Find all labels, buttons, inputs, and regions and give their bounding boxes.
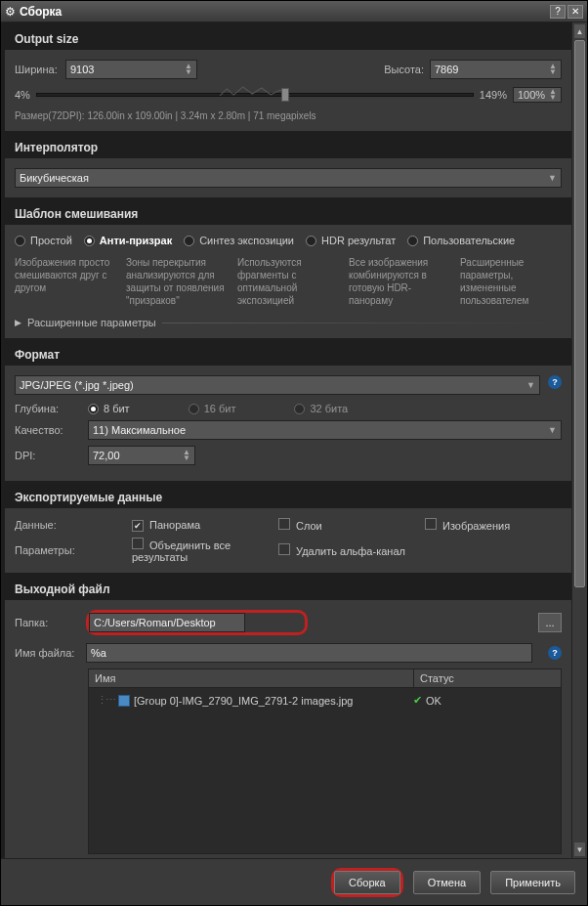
- dpi-label: DPI:: [15, 450, 88, 461]
- output-file-heading: Выходной файл: [5, 577, 571, 600]
- check-merge[interactable]: Объединить все результаты: [132, 538, 269, 563]
- interpolator-select[interactable]: Бикубическая▼: [15, 168, 562, 188]
- file-row[interactable]: ⋮⋯ [Group 0]-IMG_2790_IMG_2791-2 images.…: [93, 692, 557, 709]
- height-label: Высота:: [384, 64, 424, 75]
- check-alpha[interactable]: Удалить альфа-канал: [278, 543, 415, 557]
- dpi-input[interactable]: 72,00▲▼: [88, 446, 195, 465]
- width-input[interactable]: 9103▲▼: [65, 60, 197, 79]
- close-button[interactable]: ✕: [567, 5, 583, 19]
- width-label: Ширина:: [15, 64, 65, 75]
- advanced-params-toggle[interactable]: ▶ Расширенные параметры: [15, 317, 562, 328]
- blend-desc-0: Изображения просто смешиваются друг с др…: [15, 256, 116, 307]
- col-status[interactable]: Статус: [414, 669, 561, 687]
- depth-32[interactable]: 32 бита: [294, 403, 348, 414]
- params-label: Параметры:: [15, 544, 122, 556]
- blend-simple[interactable]: Простой: [15, 235, 72, 246]
- help-icon[interactable]: ?: [548, 646, 562, 660]
- folder-input[interactable]: [89, 613, 245, 632]
- interpolator-heading: Интерполятор: [5, 135, 571, 158]
- depth-8[interactable]: 8 бит: [88, 403, 130, 414]
- blend-custom[interactable]: Пользовательские: [407, 235, 515, 246]
- blend-desc-2: Используются фрагменты с оптимальной экс…: [237, 256, 339, 307]
- filename-input[interactable]: [86, 643, 532, 663]
- height-input[interactable]: 7869▲▼: [430, 60, 562, 79]
- check-images[interactable]: Изображения: [425, 518, 562, 532]
- col-name[interactable]: Имя: [89, 669, 414, 687]
- blend-desc-4: Расширенные параметры, измененные пользо…: [460, 256, 562, 307]
- output-size-heading: Output size: [5, 26, 571, 50]
- blend-desc-3: Все изображения комбинируются в готовую …: [349, 256, 450, 307]
- check-panorama[interactable]: Панорама: [132, 519, 269, 532]
- filename-label: Имя файла:: [15, 647, 78, 659]
- data-label: Данные:: [15, 519, 122, 531]
- scroll-up-icon[interactable]: ▲: [574, 24, 585, 38]
- blend-exposure[interactable]: Синтез экспозиции: [184, 235, 294, 246]
- cancel-button[interactable]: Отмена: [413, 871, 481, 894]
- format-heading: Формат: [5, 342, 571, 366]
- file-icon: [118, 695, 130, 707]
- folder-label: Папка:: [15, 617, 78, 628]
- build-button[interactable]: Сборка: [334, 871, 400, 894]
- size-info: Размер(72DPI): 126.00in x 109.00in | 3.2…: [15, 110, 562, 121]
- browse-button[interactable]: ...: [538, 613, 562, 632]
- blend-desc-1: Зоны перекрытия анализируются для защиты…: [126, 256, 228, 307]
- gear-icon: ⚙: [5, 5, 16, 19]
- pct-left: 4%: [15, 89, 30, 101]
- scrollbar[interactable]: ▲ ▼: [571, 22, 587, 858]
- pct-input[interactable]: 100%▲▼: [513, 87, 562, 103]
- apply-button[interactable]: Применить: [490, 871, 575, 894]
- window-title: Сборка: [20, 5, 548, 19]
- export-heading: Экспортируемые данные: [5, 485, 571, 508]
- file-table: Имя Статус ⋮⋯ [Group 0]-IMG_2790_IMG_279…: [88, 669, 562, 854]
- chevron-right-icon: ▶: [15, 318, 21, 327]
- check-layers[interactable]: Слои: [278, 518, 415, 532]
- blend-heading: Шаблон смешивания: [5, 201, 571, 225]
- help-icon[interactable]: ?: [548, 375, 562, 389]
- help-button[interactable]: ?: [550, 5, 566, 19]
- depth-label: Глубина:: [15, 403, 88, 414]
- quality-select[interactable]: 11) Максимальное▼: [88, 420, 562, 440]
- blend-antighost[interactable]: Анти-призрак: [84, 235, 172, 246]
- quality-label: Качество:: [15, 424, 88, 436]
- pct-right: 149%: [480, 89, 507, 101]
- blend-hdr[interactable]: HDR результат: [306, 235, 396, 246]
- format-select[interactable]: JPG/JPEG (*.jpg *.jpeg)▼: [15, 375, 540, 395]
- size-slider[interactable]: [36, 93, 474, 97]
- depth-16[interactable]: 16 бит: [189, 403, 236, 414]
- scrollbar-thumb[interactable]: [574, 40, 585, 587]
- scroll-down-icon[interactable]: ▼: [574, 842, 585, 856]
